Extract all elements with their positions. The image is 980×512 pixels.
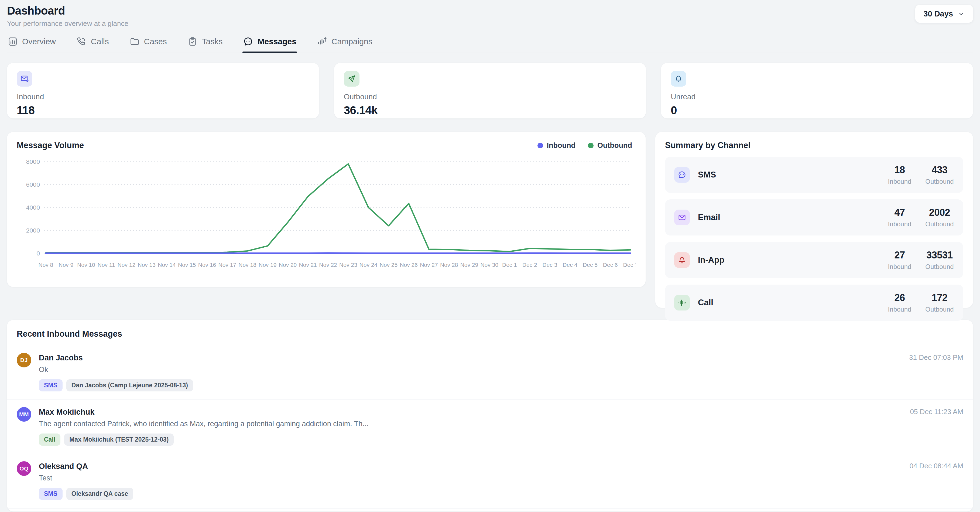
channel-inbound-value: 27 <box>885 249 914 261</box>
channel-outbound-value: 172 <box>925 292 954 303</box>
channel-inbound-value: 26 <box>885 292 914 303</box>
tab-tasks[interactable]: Tasks <box>187 35 223 53</box>
tab-label: Cases <box>144 37 167 46</box>
recent-messages-list: DJDan JacobsOkSMSDan Jacobs (Camp Lejeun… <box>7 346 973 512</box>
channel-inbound-label: Inbound <box>885 178 914 185</box>
badge-row: SMSDan Jacobs (Camp Lejeune 2025-08-13) <box>39 379 193 391</box>
recent-message-item[interactable]: DJDan JacobsOkSMSDan Jacobs (Camp Lejeun… <box>7 346 973 399</box>
chevron-down-icon <box>957 10 965 18</box>
avatar: OQ <box>17 461 31 476</box>
x-axis-tick: Dec 5 <box>583 262 598 268</box>
message-body: Max MokiichukThe agent contacted Patrick… <box>39 407 369 446</box>
bell-icon <box>674 75 683 83</box>
legend-item-inbound[interactable]: Inbound <box>538 141 576 150</box>
x-axis-tick: Nov 12 <box>118 262 135 268</box>
tab-label: Calls <box>91 37 109 46</box>
channel-inbound-col: 27Inbound <box>885 249 914 271</box>
tab-cases[interactable]: Cases <box>129 35 167 53</box>
channel-outbound-label: Outbound <box>925 263 954 271</box>
chart-legend: InboundOutbound <box>538 141 636 150</box>
y-axis-tick: 8000 <box>26 158 40 165</box>
channel-row-email: Email47Inbound2002Outbound <box>665 199 963 236</box>
channel-outbound-label: Outbound <box>925 220 954 228</box>
x-axis-tick: Nov 28 <box>440 262 458 268</box>
channel-badge: SMS <box>39 379 62 391</box>
stat-value: 0 <box>671 104 963 117</box>
tab-campaigns[interactable]: Campaigns <box>316 35 373 53</box>
channel-name: Email <box>698 212 720 222</box>
channel-icon-box <box>674 210 690 225</box>
x-axis-tick: Nov 20 <box>279 262 297 268</box>
channel-inbound-value: 47 <box>885 207 914 218</box>
tab-label: Messages <box>258 37 296 46</box>
y-axis-tick: 4000 <box>26 204 40 211</box>
channel-row-sms: SMS18Inbound433Outbound <box>665 157 963 193</box>
channel-row-in-app: In-App27Inbound33531Outbound <box>665 242 963 278</box>
stat-value: 118 <box>17 104 309 117</box>
x-axis-tick: Nov 23 <box>339 262 357 268</box>
channel-outbound-col: 433Outbound <box>925 164 954 185</box>
recent-message-item[interactable]: OQOleksand QATestSMSOleksandr QA case04 … <box>7 454 973 508</box>
tab-label: Campaigns <box>331 37 372 46</box>
channel-outbound-col: 33531Outbound <box>925 249 954 271</box>
message-body: Oleksand QATestSMSOleksandr QA case <box>39 461 133 500</box>
recent-message-item[interactable]: MMMax MokiichukWhat's up?SMSMax Mokiichu… <box>7 508 973 512</box>
channel-row-call: Call26Inbound172Outbound <box>665 285 963 321</box>
chat-icon <box>243 37 253 47</box>
avatar: DJ <box>17 353 31 367</box>
bar-chart-icon <box>8 37 18 47</box>
channel-icon-box <box>674 167 690 183</box>
channel-outbound-value: 433 <box>925 164 954 175</box>
date-range-label: 30 Days <box>923 10 953 18</box>
y-axis-tick: 6000 <box>26 181 40 188</box>
channel-inbound-value: 18 <box>885 164 914 175</box>
channel-icon-box <box>674 252 690 268</box>
stat-label: Unread <box>671 93 963 101</box>
channel-name: SMS <box>698 170 716 180</box>
phone-icon <box>76 37 87 47</box>
recent-message-item[interactable]: MMMax MokiichukThe agent contacted Patri… <box>7 399 973 454</box>
recent-inbound-messages-card: Recent Inbound Messages DJDan JacobsOkSM… <box>7 320 973 512</box>
message-volume-chart: 02000400060008000Nov 8Nov 9Nov 10Nov 11N… <box>17 154 636 273</box>
message-preview: Ok <box>39 365 193 374</box>
series-line-outbound <box>46 164 630 253</box>
message-timestamp: 31 Dec 07:03 PM <box>909 353 963 362</box>
x-axis-tick: Dec 4 <box>563 262 578 268</box>
tab-messages[interactable]: Messages <box>242 35 297 53</box>
tab-calls[interactable]: Calls <box>76 35 110 53</box>
badge-row: SMSOleksandr QA case <box>39 488 133 500</box>
chat-icon <box>678 171 686 179</box>
date-range-selector[interactable]: 30 Days <box>915 5 973 23</box>
x-axis-tick: Nov 24 <box>360 262 377 268</box>
sender-name: Oleksand QA <box>39 462 133 471</box>
x-axis-tick: Nov 15 <box>178 262 196 268</box>
x-axis-tick: Nov 26 <box>400 262 417 268</box>
x-axis-tick: Nov 18 <box>239 262 256 268</box>
stat-icon-box <box>671 71 686 86</box>
page-title: Dashboard <box>7 4 973 17</box>
avatar: MM <box>17 407 31 422</box>
tab-label: Overview <box>22 37 56 46</box>
channel-name: In-App <box>698 255 724 265</box>
x-axis-tick: Nov 13 <box>138 262 155 268</box>
x-axis-tick: Nov 21 <box>299 262 317 268</box>
line-chart-svg: 02000400060008000Nov 8Nov 9Nov 10Nov 11N… <box>17 154 636 273</box>
x-axis-tick: Dec 1 <box>502 262 517 268</box>
x-axis-tick: Nov 19 <box>259 262 277 268</box>
send-icon <box>347 75 356 83</box>
channel-inbound-col: 26Inbound <box>885 292 914 313</box>
recent-title: Recent Inbound Messages <box>7 329 973 339</box>
message-volume-card: Message Volume InboundOutbound 020004000… <box>7 132 646 287</box>
x-axis-tick: Dec 6 <box>603 262 618 268</box>
legend-dot <box>538 143 543 148</box>
message-preview: The agent contacted Patrick, who identif… <box>39 420 369 428</box>
main-row: Message Volume InboundOutbound 020004000… <box>7 132 973 308</box>
message-timestamp: 05 Dec 11:23 AM <box>910 408 963 416</box>
tab-overview[interactable]: Overview <box>7 35 56 53</box>
clipboard-icon <box>188 37 198 47</box>
legend-item-outbound[interactable]: Outbound <box>588 141 632 150</box>
chart-header: Message Volume InboundOutbound <box>17 140 636 150</box>
page-subtitle: Your performance overview at a glance <box>7 19 973 28</box>
channel-stats: 26Inbound172Outbound <box>885 292 954 313</box>
channel-inbound-col: 47Inbound <box>885 207 914 228</box>
